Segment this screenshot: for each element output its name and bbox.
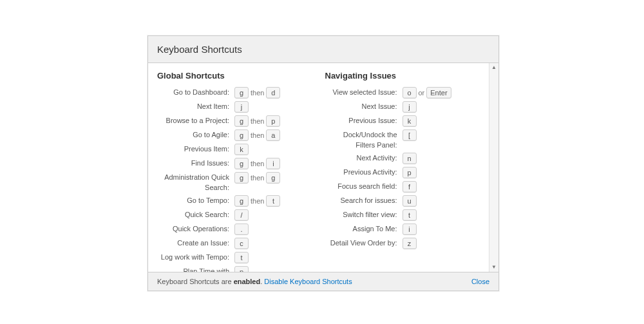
scrollbar-down-icon[interactable]: ▼	[489, 263, 498, 272]
shortcut-row: Go to Agile:gthena	[157, 128, 312, 142]
shortcut-row: Focus search field:f	[325, 180, 480, 194]
keycap: g	[234, 172, 249, 184]
shortcut-keys: gthena	[232, 128, 312, 142]
keycap: Enter	[426, 87, 451, 99]
shortcut-label: Log work with Tempo:	[157, 251, 232, 265]
shortcut-row: Quick Search:/	[157, 208, 312, 222]
shortcut-label: Focus search field:	[325, 180, 400, 194]
shortcut-row: Administration Quick Search:gtheng	[157, 171, 312, 194]
shortcut-label: Assign To Me:	[325, 222, 400, 236]
shortcut-row: Assign To Me:i	[325, 222, 480, 236]
keycap: [	[402, 129, 417, 141]
key-separator-or: or	[419, 89, 425, 97]
shortcut-row: Dock/Undock the Filters Panel:[	[325, 128, 480, 151]
disable-shortcuts-link[interactable]: Disable Keyboard Shortcuts	[264, 278, 352, 285]
shortcut-row: Next Activity:n	[325, 151, 480, 166]
scrollbar-up-icon[interactable]: ▲	[489, 63, 498, 72]
shortcut-label: Previous Activity:	[325, 166, 400, 180]
navigating-issues-column: Navigating Issues View selected Issue:oo…	[325, 71, 480, 272]
global-shortcuts-heading: Global Shortcuts	[157, 71, 312, 81]
key-separator-then: then	[251, 197, 264, 205]
dialog-body: Global Shortcuts Go to Dashboard:gthendN…	[148, 63, 489, 272]
keycap: g	[234, 195, 249, 207]
keycap: g	[234, 87, 249, 99]
status-enabled-word: enabled	[234, 278, 261, 285]
status-prefix: Keyboard Shortcuts are	[157, 278, 234, 285]
keycap: t	[402, 209, 417, 221]
shortcut-keys: k	[400, 114, 480, 128]
keycap: t	[266, 195, 280, 207]
shortcut-keys: gthend	[232, 86, 312, 100]
shortcut-label: Quick Operations:	[157, 222, 232, 236]
shortcut-keys: t	[232, 251, 312, 265]
shortcut-label: Go to Agile:	[157, 128, 232, 142]
keycap: p	[402, 167, 417, 178]
close-button[interactable]: Close	[471, 278, 489, 285]
vertical-scrollbar[interactable]: ▲ ▼	[489, 63, 498, 272]
shortcut-row: Go to Tempo:gthent	[157, 194, 312, 208]
shortcut-row: Go to Dashboard:gthend	[157, 86, 312, 100]
shortcut-keys: t	[400, 208, 480, 222]
shortcut-label: Quick Search:	[157, 208, 232, 222]
shortcut-row: Search for issues:u	[325, 194, 480, 208]
navigating-issues-table: View selected Issue:oorEnterNext Issue:j…	[325, 86, 480, 251]
key-separator-then: then	[251, 117, 264, 125]
shortcut-keys: p	[400, 166, 480, 180]
shortcut-row: Find Issues:gtheni	[157, 157, 312, 171]
shortcut-keys: gtheng	[232, 171, 312, 194]
shortcut-row: Quick Operations:.	[157, 222, 312, 236]
shortcut-label: Administration Quick Search:	[157, 171, 232, 194]
key-separator-then: then	[251, 131, 264, 139]
dialog-footer: Keyboard Shortcuts are enabled. Disable …	[148, 272, 498, 291]
shortcut-keys: u	[400, 194, 480, 208]
keycap: i	[402, 224, 417, 235]
keycap: f	[402, 181, 417, 193]
keycap: .	[234, 224, 249, 235]
shortcut-row: Previous Item:k	[157, 142, 312, 157]
keycap: a	[266, 129, 280, 141]
shortcut-label: Go to Dashboard:	[157, 86, 232, 100]
shortcut-label: Next Issue:	[325, 100, 400, 114]
keycap: n	[402, 153, 417, 164]
shortcut-keys: gthenp	[232, 114, 312, 128]
shortcut-label: Find Issues:	[157, 157, 232, 171]
shortcut-label: Detail View Order by:	[325, 236, 400, 251]
shortcut-label: Plan Time with Tempo:	[157, 265, 232, 272]
shortcut-keys: j	[232, 100, 312, 114]
shortcut-keys: c	[232, 236, 312, 251]
keycap: j	[234, 101, 249, 113]
shortcut-row: Plan Time with Tempo:p	[157, 265, 312, 272]
shortcut-keys: gthent	[232, 194, 312, 208]
keycap: g	[234, 158, 249, 169]
shortcut-label: Search for issues:	[325, 194, 400, 208]
shortcut-keys: [	[400, 128, 480, 151]
shortcut-row: Log work with Tempo:t	[157, 251, 312, 265]
shortcut-label: Next Item:	[157, 100, 232, 114]
shortcut-keys: i	[400, 222, 480, 236]
key-separator-then: then	[251, 174, 264, 182]
keycap: p	[266, 115, 280, 127]
shortcut-keys: p	[232, 265, 312, 272]
shortcut-row: Switch filter view:t	[325, 208, 480, 222]
keycap: c	[234, 238, 249, 249]
shortcut-keys: f	[400, 180, 480, 194]
shortcut-label: Go to Tempo:	[157, 194, 232, 208]
shortcut-keys: .	[232, 222, 312, 236]
shortcut-label: Next Activity:	[325, 151, 400, 166]
key-separator-then: then	[251, 89, 264, 97]
shortcut-label: Previous Item:	[157, 142, 232, 157]
keycap: t	[234, 252, 249, 263]
shortcut-keys: z	[400, 236, 480, 251]
global-shortcuts-table: Go to Dashboard:gthendNext Item:jBrowse …	[157, 86, 312, 272]
shortcut-row: View selected Issue:oorEnter	[325, 86, 480, 100]
shortcut-label: View selected Issue:	[325, 86, 400, 100]
shortcut-row: Next Item:j	[157, 100, 312, 114]
keycap: g	[266, 172, 280, 184]
shortcut-keys: /	[232, 208, 312, 222]
shortcut-keys: gtheni	[232, 157, 312, 171]
shortcut-row: Browse to a Project:gthenp	[157, 114, 312, 128]
shortcut-row: Previous Issue:k	[325, 114, 480, 128]
shortcut-row: Next Issue:j	[325, 100, 480, 114]
global-shortcuts-column: Global Shortcuts Go to Dashboard:gthendN…	[157, 71, 312, 272]
dialog-title: Keyboard Shortcuts	[148, 36, 498, 63]
